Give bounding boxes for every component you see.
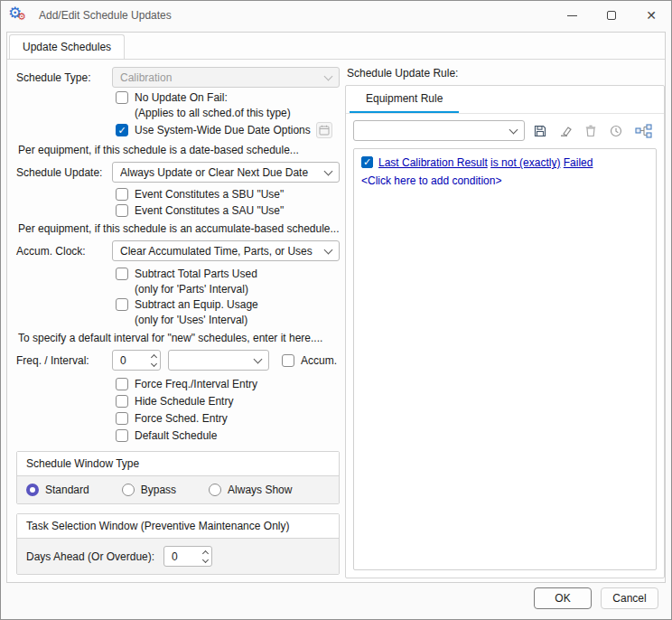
left-column: Schedule Type: Calibration No Update On … [13,65,340,578]
schedule-update-dropdown[interactable]: Always Update or Clear Next Due Date [112,162,340,183]
force-freq-label: Force Freq./Interval Entry [135,378,257,390]
force-freq-checkbox[interactable] [116,378,128,390]
accumulate-note: Per equipment, if this schedule is an ac… [18,222,340,235]
chevron-down-icon [324,245,333,254]
subtract-usage-row[interactable]: Subtract an Equip. Usage [116,298,340,311]
freq-unit-dropdown[interactable] [168,350,269,371]
condition-operator-link[interactable]: is not (exactly) [490,156,560,169]
accum-clock-value: Clear Accumulated Time, Parts, or Uses [120,245,320,258]
schedule-update-label: Schedule Update: [16,166,112,179]
rule-tree-icon[interactable] [631,121,657,141]
days-ahead-label: Days Ahead (Or Overdue): [26,550,154,563]
accum-clock-label: Accum. Clock: [16,245,112,258]
cancel-button[interactable]: Cancel [601,587,658,609]
dialog-window: ⚙⚙ Add/Edit Schedule Updates ✕ Update Sc… [0,0,672,620]
subtract-parts-note: (only for 'Parts' Interval) [135,283,340,296]
force-freq-row[interactable]: Force Freq./Interval Entry [116,378,340,390]
condition-value-link[interactable]: Failed [564,156,593,169]
accum-checkbox-label: Accum. [301,354,337,367]
subtract-usage-note: (only for 'Uses' Interval) [135,314,340,326]
save-icon[interactable] [530,121,550,141]
radio-standard[interactable]: Standard [26,484,89,496]
minimize-button[interactable] [552,1,592,30]
tab-update-schedules[interactable]: Update Schedules [9,34,125,59]
history-clock-icon[interactable] [606,121,626,141]
condition-row[interactable]: ✓ Last Calibration Result is not (exactl… [361,155,649,170]
force-sched-checkbox[interactable] [116,412,128,425]
schedule-type-dropdown[interactable]: Calibration [112,67,340,88]
no-update-on-fail-checkbox[interactable] [116,91,128,104]
days-ahead-spinner[interactable]: 0 [163,546,212,567]
subtract-usage-label: Subtract an Equip. Usage [135,298,258,311]
window-title: Add/Edit Schedule Updates [39,9,552,22]
system-wide-label: Use System-Wide Due Date Options [135,124,311,136]
force-sched-label: Force Sched. Entry [135,412,228,425]
sau-row[interactable]: Event Constitutes a SAU "Use" [116,204,340,217]
sbu-row[interactable]: Event Constitutes a SBU "Use" [116,188,340,201]
chevron-down-icon [324,166,333,175]
ok-button[interactable]: OK [534,587,592,609]
schedule-update-value: Always Update or Clear Next Due Date [120,166,320,179]
maximize-button[interactable] [592,1,631,30]
default-schedule-row[interactable]: Default Schedule [116,429,340,442]
rule-conditions-area[interactable]: ✓ Last Calibration Result is not (exactl… [353,148,657,570]
calendar-icon[interactable] [316,122,332,138]
right-column: Schedule Update Rule: Equipment Rule [345,65,665,578]
subtract-parts-row[interactable]: Subtract Total Parts Used [116,268,340,280]
radio-icon[interactable] [122,484,135,496]
subtract-usage-checkbox[interactable] [116,298,128,311]
schedule-type-value: Calibration [120,71,320,84]
date-based-note: Per equipment, if this schedule is a dat… [18,144,340,156]
close-icon: ✕ [646,8,657,23]
freq-value: 0 [120,354,152,367]
subtract-parts-label: Subtract Total Parts Used [135,268,257,280]
chevron-down-icon [324,71,333,80]
default-schedule-checkbox[interactable] [116,429,128,442]
rule-tab-strip: Equipment Rule [346,86,664,114]
minimize-icon [567,15,577,16]
spinner-arrows-icon[interactable] [152,355,156,366]
no-update-on-fail-row[interactable]: No Update On Fail: [116,91,340,104]
sau-label: Event Constitutes a SAU "Use" [135,204,284,217]
no-update-on-fail-note: (Applies to all sched.of this type) [135,107,340,119]
erase-icon[interactable] [555,121,575,141]
default-schedule-label: Default Schedule [135,429,217,442]
footer: OK Cancel [1,583,671,619]
freq-interval-label: Freq. / Interval: [16,354,112,367]
freq-spinner[interactable]: 0 [112,350,161,371]
radio-bypass[interactable]: Bypass [122,484,176,496]
radio-standard-label: Standard [45,484,89,496]
tab-equipment-rule[interactable]: Equipment Rule [350,86,459,113]
condition-field-link[interactable]: Last Calibration Result [378,156,488,169]
sbu-checkbox[interactable] [116,188,128,201]
rule-dropdown[interactable] [353,120,525,141]
radio-always-show-label: Always Show [228,484,292,496]
system-wide-checkbox[interactable]: ✓ [116,124,128,136]
accum-checkbox[interactable] [282,354,294,367]
chevron-down-icon [254,354,263,363]
content-area: Schedule Type: Calibration No Update On … [7,60,665,582]
interval-note: To specify a default interval for "new" … [18,332,340,344]
radio-icon[interactable] [209,484,221,496]
maximize-icon [607,11,616,20]
task-selection-group: Task Selection Window (Preventive Mainte… [16,513,340,575]
subtract-parts-checkbox[interactable] [116,268,128,280]
spinner-arrows-icon[interactable] [203,551,208,562]
add-condition-link[interactable]: <Click here to add condition> [361,174,649,188]
title-bar: ⚙⚙ Add/Edit Schedule Updates ✕ [1,1,671,30]
accum-clock-dropdown[interactable]: Clear Accumulated Time, Parts, or Uses [112,240,340,261]
force-sched-row[interactable]: Force Sched. Entry [116,412,340,425]
rule-panel: Equipment Rule [345,85,665,578]
delete-icon[interactable] [581,121,601,141]
main-panel: Update Schedules Schedule Type: Calibrat… [6,32,666,583]
radio-selected-icon[interactable] [26,484,39,496]
radio-always-show[interactable]: Always Show [209,484,292,496]
sau-checkbox[interactable] [116,204,128,217]
hide-schedule-row[interactable]: Hide Schedule Entry [116,395,340,408]
tab-strip: Update Schedules [7,33,665,60]
condition-checkbox[interactable]: ✓ [361,156,373,168]
hide-schedule-checkbox[interactable] [116,395,128,408]
close-button[interactable]: ✕ [631,1,671,30]
no-update-on-fail-label: No Update On Fail: [135,91,228,104]
system-wide-row[interactable]: ✓ Use System-Wide Due Date Options [116,122,340,138]
